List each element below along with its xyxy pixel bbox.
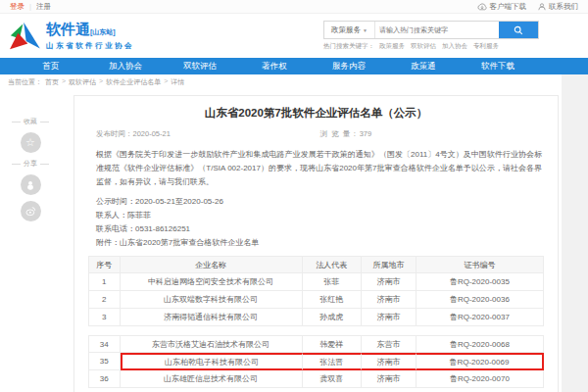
cell-company: 山东双端数字科技有限公司 [121,291,303,309]
utility-bar: 登录 | 注册 客户端下载 联系我们 [0,0,588,14]
info-line: 附件：山东省2020第7批审查合格软件企业名单 [96,236,544,250]
cell-no: 3 [88,309,121,326]
cell-company: 山东柏乾电子科技有限公司 [121,353,303,370]
hot-keyword-link[interactable]: 政策服务 [379,42,405,51]
column-header: 企业名称 [121,256,303,273]
attachment-link[interactable]: 山东省2020第7批审查合格软件企业名单 [120,238,259,247]
page-root: 登录 | 注册 客户端下载 联系我们 [0,0,588,392]
breadcrumb-item: 详情 [171,77,184,87]
cell-no: 36 [88,370,121,388]
nav-item[interactable]: 著作权 [237,58,312,74]
share-label: 分享 [12,159,49,169]
share-qq-icon[interactable] [21,174,41,195]
hot-keywords-label: 热门搜索关键字： [323,42,374,51]
nav-item[interactable]: 服务内容 [312,58,386,74]
info-line: 公示时间：2020-05-21至2020-05-26 [96,195,544,209]
cell-cert: 鲁RQ-2020-0068 [416,335,544,353]
table-row: 36山东雄匠信息技术有限公司龚双喜济南市鲁RQ-2020-0070 [88,370,544,388]
favorite-star-icon[interactable]: ☆ [21,132,41,153]
breadcrumb-label: 当前位置： [8,77,42,87]
search-category-dropdown[interactable]: 政策服务▼ [324,22,375,38]
article-meta: 发布时间：2020-05-21 浏 览 量：379 [96,129,544,139]
cloud-download-icon [477,3,487,11]
table-row: 2山东双端数字科技有限公司张红艳济南市鲁RQ-2020-0036 [88,291,544,309]
column-header: 所属地市 [362,256,416,273]
favorite-label: 收藏 [12,117,49,126]
info-label: 联系电话： [96,224,135,233]
nav-item[interactable]: 政策通 [386,58,461,74]
site-logo[interactable]: 软件通[山东站] 山东省软件行业协会 [8,22,134,51]
hot-keyword-link[interactable]: 专利服务 [473,42,499,51]
nav-item[interactable]: 加入协会 [88,58,163,74]
column-header: 法人代表 [303,256,362,273]
info-value: 0531-86126251 [135,224,190,233]
hot-keyword-link[interactable]: 加入协会 [442,42,467,51]
gap-cell [88,326,544,335]
cell-company: 山东雄匠信息技术有限公司 [121,370,303,388]
cell-city: 济南市 [362,273,416,291]
breadcrumb: 当前位置： 首页>双软评估>软件企业评估名单>详情 [0,74,562,89]
nav-item[interactable]: 软件下载 [461,58,535,74]
cell-legal: 韩爱祥 [303,335,362,353]
share-column: 收藏 ☆ 分享 [0,117,61,221]
page-title: 山东省2020第7批软件企业评估名单（公示） [88,106,544,121]
article-body: 根据《国务院关于印发进一步鼓励软件产业和集成电路产业发展若干政策的通知》（国发〔… [96,148,542,189]
cell-legal: 龚双喜 [303,370,362,388]
search-area: 政策服务▼ 热门搜索关键字： 政策服务双软评估加入协会专利服务 [323,21,539,51]
column-header: 证书编号 [416,256,544,273]
breadcrumb-item[interactable]: 双软评估 [69,77,96,87]
cell-company: 中科启迪网络空间安全技术有限公司 [121,273,303,291]
user-icon [538,3,546,11]
cell-no: 2 [88,291,121,309]
info-label: 附件： [96,238,120,247]
cell-cert: 鲁RQ-2020-0069 [416,353,544,370]
chevron-down-icon: ▼ [363,27,368,33]
info-value: 2020-05-21至2020-05-26 [135,197,223,206]
table-gap-row [88,326,544,335]
table-row: 1中科启迪网络空间安全技术有限公司张菲济南市鲁RQ-2020-0035 [88,273,544,291]
column-header: 序号 [88,256,121,273]
evaluation-table: 序号企业名称法人代表所属地市证书编号 1中科启迪网络空间安全技术有限公司张菲济南… [88,256,544,388]
article-card: 山东省2020第7批软件企业评估名单（公示） 发布时间：2020-05-21 浏… [74,95,559,392]
info-label: 公示时间： [96,197,135,206]
search-icon [514,25,523,35]
breadcrumb-item[interactable]: 软件企业评估名单 [106,77,161,87]
divider: | [29,2,31,11]
table-row: 35山东柏乾电子科技有限公司张法晋济南市鲁RQ-2020-0069 [88,353,544,370]
cell-company: 东营市沃格艾迪石油技术有限公司 [121,335,303,353]
info-line: 联系电话：0531-86126251 [96,222,544,236]
brand-name: 软件通 [46,21,90,37]
search-button[interactable] [499,22,538,38]
info-line: 联系人：陈菲菲 [96,209,544,222]
info-label: 联系人： [96,211,127,220]
nav-item[interactable]: 双软评估 [163,58,237,74]
share-weibo-icon[interactable] [21,201,41,221]
cell-company: 济南得韬通信科技有限公司 [121,309,303,326]
search-input[interactable] [375,22,499,38]
page-gutter [562,74,588,392]
logo-icon [8,22,41,51]
cell-legal: 张菲 [303,273,362,291]
cell-legal: 张红艳 [303,291,362,309]
nav-item[interactable]: 首页 [14,58,88,74]
cell-city: 济南市 [362,291,416,309]
cell-city: 济南市 [362,370,416,388]
publish-date: 2020-05-21 [133,129,171,138]
client-download-link[interactable]: 客户端下载 [477,2,527,12]
cell-legal: 孙成虎 [303,309,362,326]
publish-time-label: 发布时间： [96,129,133,138]
cell-cert: 鲁RQ-2020-0035 [416,273,544,291]
cell-cert: 鲁RQ-2020-0036 [416,291,544,309]
cell-city: 东营市 [362,335,416,353]
breadcrumb-item[interactable]: 首页 [45,77,59,87]
info-value: 陈菲菲 [127,211,151,220]
hot-keyword-link[interactable]: 双软评估 [411,42,436,51]
cell-no: 34 [88,335,121,353]
breadcrumb-separator: > [99,77,103,87]
login-link[interactable]: 登录 [10,2,24,12]
contact-us-link[interactable]: 联系我们 [538,2,578,12]
register-link[interactable]: 注册 [36,2,51,12]
info-lines: 公示时间：2020-05-21至2020-05-26联系人：陈菲菲联系电话：05… [88,195,544,250]
breadcrumb-separator: > [62,77,66,87]
views-count: 379 [360,129,372,138]
